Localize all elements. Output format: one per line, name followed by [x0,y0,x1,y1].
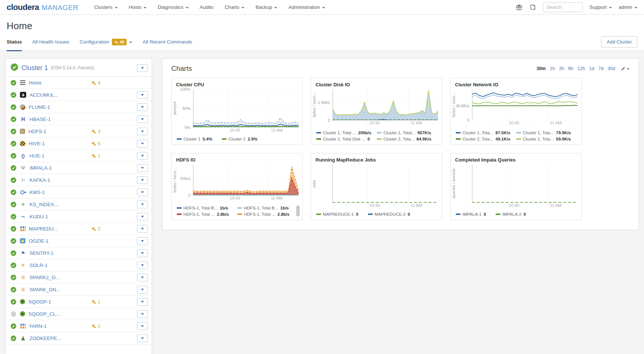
time-range-12h[interactable]: 12h [577,66,585,71]
service-actions-dropdown[interactable] [137,128,148,135]
health-status-icon [11,117,16,122]
chevron-down-icon [141,301,144,303]
service-actions-dropdown[interactable] [137,310,148,318]
service-actions-dropdown[interactable] [137,322,148,330]
service-actions-dropdown[interactable] [137,334,148,342]
health-good-icon [11,141,16,146]
nav-item-administration[interactable]: Administration [283,0,331,15]
service-actions-dropdown[interactable] [137,225,148,233]
service-actions-dropdown[interactable] [137,286,148,294]
service-link[interactable]: YARN-1 [29,323,47,329]
config-issues-count: 3 [98,129,100,134]
chart-title: Cluster Network IO [451,78,581,88]
config-issues-badge[interactable]: 1 [91,299,100,305]
parcel-icon[interactable] [529,4,536,11]
service-link[interactable]: KUDU-1 [30,214,48,219]
service-link[interactable]: SQOOP_CL... [28,311,60,317]
service-actions-dropdown[interactable] [137,140,148,148]
chart-tile-running-mapreduce-jobs[interactable]: Running MapReduce Jobs jobs 10:4511 AM M… [311,153,442,220]
time-range-6h[interactable]: 6h [568,66,574,71]
config-issues-badge[interactable]: 2 [91,226,100,232]
tab-label: Status [7,39,22,45]
edit-charts-dropdown[interactable] [621,66,630,71]
service-link[interactable]: SQOOP-1 [28,299,51,305]
service-actions-dropdown[interactable] [137,176,148,184]
nav-item-label: Diagnostics [158,4,183,10]
cluster-actions-dropdown[interactable] [137,64,148,72]
time-range-30m[interactable]: 30m [537,66,546,71]
config-issues-badge[interactable]: 3 [91,129,100,134]
time-range-7d[interactable]: 7d [598,66,603,71]
service-actions-dropdown[interactable] [137,164,148,172]
time-range-30d[interactable]: 30d [607,66,615,71]
support-menu[interactable]: Support [589,4,612,10]
chart-tile-cluster-disk-io[interactable]: Cluster Disk IO bytes / seco... 1.9M/s0 … [311,78,442,145]
chevron-down-icon[interactable] [129,42,132,43]
service-link[interactable]: MAPREDU... [29,226,58,232]
service-link[interactable]: SPARK2_O... [30,275,60,280]
service-link[interactable]: SENTRY-1 [30,250,54,256]
add-cluster-button[interactable]: Add Cluster [601,36,637,48]
legend-value: 84.9K/s [417,137,431,141]
tab-configuration[interactable]: Configuration 40 [80,33,132,51]
time-range-1d[interactable]: 1d [589,66,594,71]
service-link[interactable]: SPARK_ON... [30,287,61,292]
service-actions-dropdown[interactable] [137,249,148,257]
nav-item-charts[interactable]: Charts [219,0,250,15]
health-good-icon [11,202,16,207]
time-range-1h[interactable]: 1h [550,66,555,71]
service-link[interactable]: KS_INDEX... [30,202,58,207]
legend-scrollbar[interactable] [296,205,300,216]
config-issues-badge[interactable]: 4 [91,80,100,86]
service-actions-dropdown[interactable] [137,152,148,160]
service-link[interactable]: IMPALA-1 [30,165,52,171]
nav-item-clusters[interactable]: Clusters [89,0,123,15]
service-actions-dropdown[interactable] [137,115,148,123]
chevron-down-icon [144,7,147,8]
tab-all-recent-commands[interactable]: All Recent Commands [142,33,192,51]
config-issues-count-badge[interactable]: 40 [112,39,127,45]
service-link[interactable]: HDFS-1 [28,129,47,134]
service-link[interactable]: ZOOKEEPE... [30,336,61,341]
chart-tile-cluster-network-io[interactable]: Cluster Network IO bytes / seco... 48.8K… [450,78,582,145]
service-link[interactable]: OOZIE-1 [29,238,49,244]
service-link[interactable]: HBASE-1 [30,117,51,122]
nav-item-diagnostics[interactable]: Diagnostics [152,0,194,15]
service-actions-dropdown[interactable] [137,213,148,221]
service-actions-dropdown[interactable] [137,261,148,269]
service-actions-dropdown[interactable] [137,201,148,208]
service-actions-dropdown[interactable] [137,103,148,111]
time-range-2h[interactable]: 2h [559,66,564,71]
chart-tile-completed-impala-queries[interactable]: Completed Impala Queries queries / secon… [450,153,582,220]
service-link[interactable]: KAFKA-1 [30,177,50,183]
service-actions-dropdown[interactable] [137,237,148,245]
service-link[interactable]: HIVE-1 [29,141,45,146]
gift-icon[interactable] [516,4,523,11]
tab-status[interactable]: Status [7,33,22,51]
legend-swatch [177,138,182,140]
service-link[interactable]: KMS-1 [30,190,45,195]
config-issues-badge[interactable]: 1 [91,153,100,159]
service-actions-dropdown[interactable] [137,298,148,306]
service-link[interactable]: FLUME-1 [29,104,50,110]
cluster-name-link[interactable]: Cluster 1 [21,64,48,72]
user-menu[interactable]: admin [619,4,637,10]
service-link[interactable]: ACCUMUL... [30,92,58,98]
config-issues-badge[interactable]: 2 [91,323,100,329]
nav-item-hosts[interactable]: Hosts [123,0,152,15]
search-input[interactable] [543,2,583,12]
nav-item-backup[interactable]: Backup [250,0,283,15]
tab-all-health-issues[interactable]: All Health Issues [32,33,69,51]
health-status-icon [11,129,16,134]
chart-tile-hdfs-io[interactable]: HDFS IO bytes / seco... 50b/s0 10:4511 A… [171,153,303,220]
service-actions-dropdown[interactable] [137,91,148,99]
service-actions-dropdown[interactable] [137,274,148,281]
service-link[interactable]: SOLR-1 [30,263,48,268]
service-link[interactable]: Hosts [29,80,42,86]
service-link[interactable]: HUE-1 [30,153,45,159]
cloudera-manager-logo[interactable]: cloudera MANAGER [7,3,78,12]
service-actions-dropdown[interactable] [137,188,148,196]
chart-tile-cluster-cpu[interactable]: Cluster CPU percent 100%50%0% 10:4511 AM… [171,78,303,145]
config-issues-badge[interactable]: 5 [91,141,100,146]
nav-item-audits[interactable]: Audits [194,0,219,15]
